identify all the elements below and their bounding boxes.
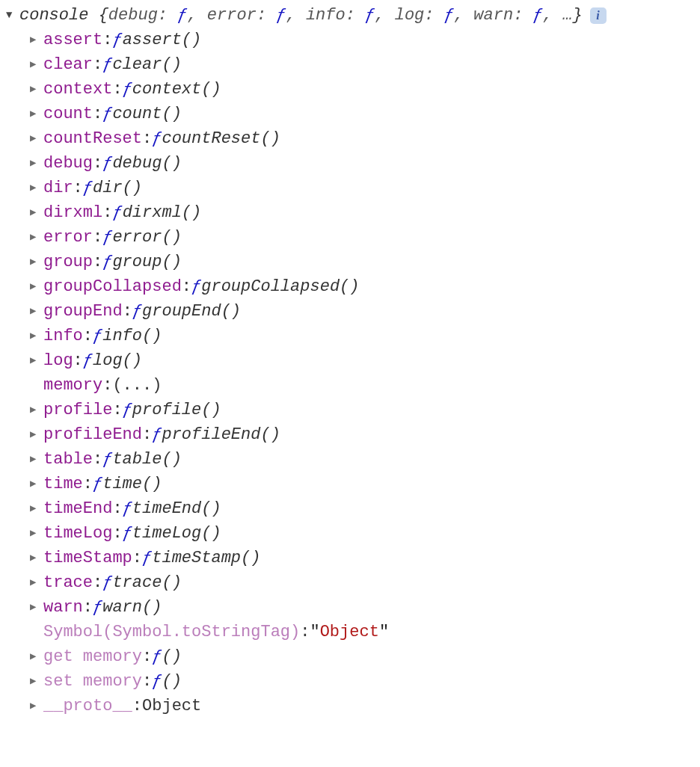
property-row[interactable]: ▶error: ƒ error() <box>6 225 694 250</box>
property-row[interactable]: ▶info: ƒ info() <box>6 324 694 348</box>
caret-right-icon[interactable]: ▶ <box>30 102 43 126</box>
function-symbol: ƒ <box>152 669 162 694</box>
property-row[interactable]: ▶count: ƒ count() <box>6 102 694 126</box>
function-symbol: ƒ <box>102 225 112 250</box>
colon-separator: : <box>112 521 122 546</box>
object-header-row[interactable]: ▼ console {debug: ƒ, error: ƒ, info: ƒ, … <box>6 3 694 28</box>
colon-separator: : <box>123 299 132 324</box>
caret-right-icon[interactable]: ▶ <box>30 496 43 521</box>
property-row[interactable]: ▶dir: ƒ dir() <box>6 176 694 200</box>
caret-right-icon[interactable]: ▶ <box>30 595 43 620</box>
property-key: __proto__ <box>43 694 132 718</box>
function-name: profileEnd() <box>162 422 280 447</box>
function-symbol: ƒ <box>93 472 102 496</box>
property-row[interactable]: ▶assert: ƒ assert() <box>6 28 694 52</box>
colon-separator: : <box>73 348 83 373</box>
property-row[interactable]: ▶set memory: ƒ () <box>6 669 694 694</box>
property-key: dirxml <box>43 200 102 225</box>
caret-right-icon[interactable]: ▶ <box>30 52 43 77</box>
colon-separator: : <box>142 422 152 447</box>
property-row[interactable]: ▶table: ƒ table() <box>6 447 694 472</box>
property-value[interactable]: (...) <box>112 373 162 398</box>
caret-right-icon[interactable]: ▶ <box>30 225 43 250</box>
object-tree: ▼ console {debug: ƒ, error: ƒ, info: ƒ, … <box>6 3 694 718</box>
function-name: count() <box>112 102 181 126</box>
property-row[interactable]: ▶context: ƒ context() <box>6 77 694 102</box>
caret-right-icon[interactable]: ▶ <box>30 274 43 299</box>
caret-right-icon[interactable]: ▶ <box>30 546 43 570</box>
function-name: profile() <box>132 398 221 422</box>
caret-right-icon[interactable]: ▶ <box>30 447 43 472</box>
colon-separator: : <box>93 570 102 595</box>
property-row[interactable]: ▶debug: ƒ debug() <box>6 151 694 176</box>
property-key: timeEnd <box>43 496 112 521</box>
property-row[interactable]: ▶trace: ƒ trace() <box>6 570 694 595</box>
property-row[interactable]: ▶groupCollapsed: ƒ groupCollapsed() <box>6 274 694 299</box>
property-row[interactable]: ▶__proto__: Object <box>6 694 694 718</box>
string-quote: " <box>379 620 389 644</box>
property-row[interactable]: ▶profileEnd: ƒ profileEnd() <box>6 422 694 447</box>
property-row[interactable]: ▶time: ƒ time() <box>6 472 694 496</box>
colon-separator: : <box>93 447 102 472</box>
caret-right-icon[interactable]: ▶ <box>30 348 43 373</box>
property-key: clear <box>43 52 93 77</box>
caret-right-icon[interactable]: ▶ <box>30 324 43 348</box>
property-row[interactable]: ▶timeStamp: ƒ timeStamp() <box>6 546 694 570</box>
caret-down-icon[interactable]: ▼ <box>6 3 19 28</box>
property-key: groupCollapsed <box>43 274 182 299</box>
caret-right-icon[interactable]: ▶ <box>30 151 43 176</box>
property-row: Symbol(Symbol.toStringTag): "Object" <box>6 620 694 644</box>
property-key: timeLog <box>43 521 112 546</box>
object-children: ▶assert: ƒ assert()▶clear: ƒ clear()▶con… <box>6 28 694 718</box>
colon-separator: : <box>83 595 93 620</box>
function-name: log() <box>93 348 142 373</box>
property-key: table <box>43 447 93 472</box>
property-row[interactable]: ▶dirxml: ƒ dirxml() <box>6 200 694 225</box>
caret-right-icon[interactable]: ▶ <box>30 694 43 718</box>
caret-right-icon[interactable]: ▶ <box>30 176 43 200</box>
caret-right-icon[interactable]: ▶ <box>30 200 43 225</box>
caret-right-icon[interactable]: ▶ <box>30 570 43 595</box>
property-row[interactable]: ▶countReset: ƒ countReset() <box>6 126 694 151</box>
caret-right-icon[interactable]: ▶ <box>30 299 43 324</box>
caret-right-icon[interactable]: ▶ <box>30 28 43 52</box>
property-row[interactable]: ▶get memory: ƒ () <box>6 644 694 669</box>
property-row[interactable]: ▶profile: ƒ profile() <box>6 398 694 422</box>
property-row[interactable]: ▶timeEnd: ƒ timeEnd() <box>6 496 694 521</box>
property-row[interactable]: ▶warn: ƒ warn() <box>6 595 694 620</box>
property-row[interactable]: ▶timeLog: ƒ timeLog() <box>6 521 694 546</box>
function-name: groupCollapsed() <box>201 274 359 299</box>
caret-right-icon[interactable]: ▶ <box>30 422 43 447</box>
function-symbol: ƒ <box>132 299 142 324</box>
caret-right-icon[interactable]: ▶ <box>30 77 43 102</box>
caret-right-icon[interactable]: ▶ <box>30 126 43 151</box>
function-symbol: ƒ <box>112 200 122 225</box>
function-symbol: ƒ <box>102 570 112 595</box>
function-symbol: ƒ <box>123 496 132 521</box>
function-symbol: ƒ <box>123 398 132 422</box>
colon-separator: : <box>112 77 122 102</box>
caret-right-icon[interactable]: ▶ <box>30 644 43 669</box>
info-icon[interactable]: i <box>590 7 607 24</box>
property-key: debug <box>43 151 93 176</box>
property-key: log <box>43 348 73 373</box>
caret-right-icon[interactable]: ▶ <box>30 472 43 496</box>
caret-right-icon[interactable]: ▶ <box>30 250 43 274</box>
colon-separator: : <box>102 373 112 398</box>
function-symbol: ƒ <box>123 77 132 102</box>
caret-right-icon[interactable]: ▶ <box>30 669 43 694</box>
function-symbol: ƒ <box>93 595 102 620</box>
property-row[interactable]: ▶log: ƒ log() <box>6 348 694 373</box>
function-name: trace() <box>112 570 181 595</box>
function-symbol: ƒ <box>93 324 102 348</box>
function-name: debug() <box>112 151 181 176</box>
function-name: countReset() <box>162 126 280 151</box>
caret-right-icon[interactable]: ▶ <box>30 521 43 546</box>
property-row[interactable]: ▶clear: ƒ clear() <box>6 52 694 77</box>
caret-right-icon[interactable]: ▶ <box>30 398 43 422</box>
colon-separator: : <box>132 694 142 718</box>
colon-separator: : <box>93 102 102 126</box>
property-row[interactable]: ▶groupEnd: ƒ groupEnd() <box>6 299 694 324</box>
function-name: () <box>162 644 181 669</box>
property-row[interactable]: ▶group: ƒ group() <box>6 250 694 274</box>
